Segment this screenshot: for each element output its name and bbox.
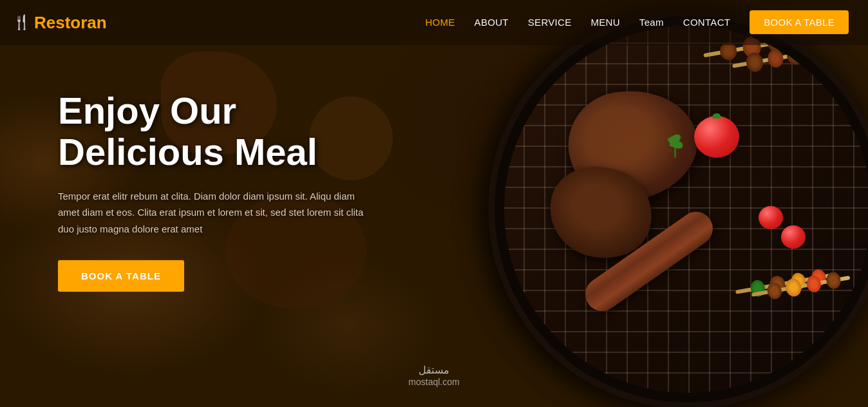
- watermark: مستقل mostaql.com: [408, 364, 459, 388]
- skewer-group-bottom: [835, 274, 852, 380]
- nav-link-menu[interactable]: MENU: [590, 17, 619, 28]
- grill-surface: [504, 26, 868, 393]
- food-tomato-big: [694, 116, 739, 158]
- logo-link[interactable]: 🍴 Restoran: [13, 13, 107, 33]
- nav-link-home[interactable]: HOME: [425, 17, 455, 28]
- nav-link-service[interactable]: SERVICE: [528, 17, 572, 28]
- nav-item-contact[interactable]: CONTACT: [683, 17, 730, 28]
- nav-item-about[interactable]: ABOUT: [475, 17, 509, 28]
- nav-item-book[interactable]: BOOK A TABLE: [750, 17, 849, 28]
- nav-item-team[interactable]: Team: [639, 17, 664, 28]
- nav-link-team[interactable]: Team: [639, 17, 664, 28]
- skewer-group-top: [816, 35, 845, 154]
- nav-book-button[interactable]: BOOK A TABLE: [750, 10, 849, 34]
- food-tomato-small-1: [759, 206, 783, 229]
- nav-item-service[interactable]: SERVICE: [528, 17, 572, 28]
- hero-section: 🍴 Restoran HOME ABOUT SERVICE MENU Team …: [0, 0, 868, 407]
- herb-garnish: [665, 135, 684, 167]
- fork-knife-icon: 🍴: [13, 14, 30, 31]
- nav-link-about[interactable]: ABOUT: [475, 17, 509, 28]
- navbar: 🍴 Restoran HOME ABOUT SERVICE MENU Team …: [0, 0, 868, 45]
- watermark-latin: mostaql.com: [408, 377, 459, 387]
- hero-content: Enjoy Our Delicious Meal Tempor erat eli…: [58, 90, 367, 292]
- nav-item-menu[interactable]: MENU: [590, 17, 619, 28]
- nav-links: HOME ABOUT SERVICE MENU Team CONTACT BOO…: [425, 17, 849, 28]
- nav-item-home[interactable]: HOME: [425, 17, 455, 28]
- food-tomato-small-2: [781, 225, 806, 249]
- book-table-button[interactable]: BOOK A TABLE: [58, 260, 184, 292]
- hero-title: Enjoy Our Delicious Meal: [58, 90, 367, 173]
- watermark-arabic: مستقل: [408, 364, 459, 376]
- hero-title-line2: Delicious Meal: [58, 131, 317, 173]
- grill-plate-container: [488, 10, 868, 407]
- brand-name: Restoran: [34, 13, 107, 33]
- nav-link-contact[interactable]: CONTACT: [683, 17, 730, 28]
- hero-subtitle: Tempor erat elitr rebum at clita. Diam d…: [58, 188, 367, 238]
- hero-title-line1: Enjoy Our: [58, 90, 236, 131]
- grill-plate: [488, 10, 868, 407]
